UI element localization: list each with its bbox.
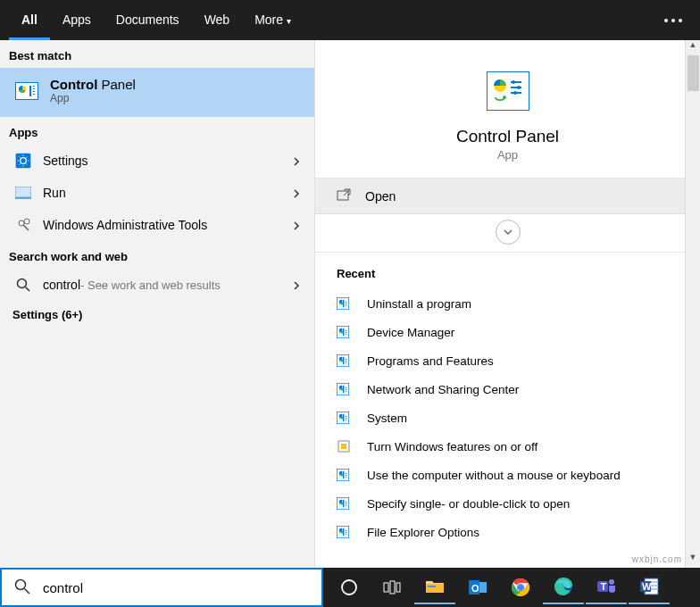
web-search-item[interactable]: control - See work and web results — [0, 269, 314, 301]
recent-item[interactable]: Programs and Features — [337, 346, 679, 375]
tab-web[interactable]: Web — [192, 0, 243, 40]
watermark: wxbjn.com — [632, 554, 682, 564]
settings-more[interactable]: Settings (6+) — [0, 301, 314, 328]
search-input-container[interactable] — [0, 568, 323, 607]
svg-rect-24 — [428, 586, 436, 587]
chevron-right-icon — [291, 220, 302, 230]
control-panel-icon — [337, 353, 354, 368]
recent-header: Recent — [337, 267, 679, 280]
taskbar-teams[interactable]: T — [586, 570, 627, 604]
control-panel-large-icon — [487, 71, 529, 111]
scroll-thumb[interactable] — [688, 55, 699, 91]
preview-subtitle: App — [497, 148, 518, 162]
taskbar-edge[interactable] — [543, 570, 584, 604]
recent-item[interactable]: System — [337, 403, 679, 432]
open-action[interactable]: Open — [315, 179, 700, 214]
taskbar: O T W — [323, 568, 700, 607]
scrollbar[interactable]: ▲ ▼ — [685, 40, 700, 568]
app-item-admin-tools[interactable]: Windows Administrative Tools — [0, 209, 314, 241]
taskbar-chrome[interactable] — [500, 570, 541, 604]
app-label: Settings — [43, 154, 291, 168]
run-icon — [12, 182, 34, 204]
search-tabs: All Apps Documents Web More ▾ — [0, 0, 700, 40]
tab-documents[interactable]: Documents — [104, 0, 192, 40]
recent-item[interactable]: Turn Windows features on or off — [337, 432, 679, 461]
svg-rect-2 — [15, 187, 31, 197]
taskbar-outlook[interactable]: O — [457, 570, 498, 604]
svg-rect-27 — [479, 582, 487, 593]
svg-point-6 — [18, 279, 27, 288]
svg-point-11 — [512, 80, 515, 84]
control-panel-icon — [12, 80, 41, 102]
search-input[interactable] — [43, 580, 309, 595]
best-match-title: Control Panel — [50, 77, 136, 92]
svg-point-12 — [517, 86, 521, 89]
admin-tools-icon — [12, 214, 34, 236]
expand-actions — [315, 214, 700, 253]
control-panel-icon — [337, 382, 354, 396]
tab-more[interactable]: More ▾ — [242, 0, 304, 40]
svg-rect-21 — [390, 581, 395, 594]
recent-item[interactable]: Use the computer without a mouse or keyb… — [337, 461, 679, 489]
chevron-right-icon — [291, 279, 302, 290]
web-search-suffix: - See work and web results — [80, 279, 221, 292]
control-panel-icon — [337, 296, 354, 311]
control-panel-icon — [337, 525, 354, 539]
section-search-web: Search work and web — [0, 241, 314, 269]
svg-point-5 — [24, 219, 29, 224]
svg-rect-3 — [15, 197, 31, 199]
svg-rect-20 — [384, 583, 388, 592]
svg-rect-23 — [426, 584, 444, 593]
section-apps: Apps — [0, 117, 314, 145]
taskbar-cortana[interactable] — [329, 570, 370, 604]
search-icon — [14, 578, 32, 597]
scroll-up-icon[interactable]: ▲ — [686, 40, 700, 55]
svg-point-35 — [609, 579, 614, 585]
control-panel-icon — [337, 496, 354, 511]
taskbar-taskview[interactable] — [371, 570, 412, 604]
recent-item[interactable]: File Explorer Options — [337, 518, 679, 546]
chevron-right-icon — [291, 155, 302, 166]
search-icon — [12, 274, 34, 295]
recent-item[interactable]: Specify single- or double-click to open — [337, 489, 679, 518]
best-match-item[interactable]: Control Panel App — [0, 68, 314, 117]
svg-text:O: O — [471, 583, 479, 594]
features-icon — [337, 439, 354, 453]
best-match-subtitle: App — [50, 92, 136, 104]
recent-item[interactable]: Uninstall a program — [337, 289, 679, 318]
recent-item[interactable]: Device Manager — [337, 318, 679, 346]
preview-panel: Control Panel App Open Recent Uninstall … — [314, 40, 700, 568]
results-panel: Best match Control Panel App Apps Settin… — [0, 40, 314, 568]
svg-point-13 — [513, 91, 517, 95]
svg-text:T: T — [601, 581, 607, 592]
tab-apps[interactable]: Apps — [50, 0, 104, 40]
taskbar-explorer[interactable] — [414, 570, 455, 604]
section-best-match: Best match — [0, 40, 314, 68]
svg-point-19 — [342, 580, 356, 595]
scroll-down-icon[interactable]: ▼ — [686, 553, 700, 568]
svg-rect-17 — [341, 444, 346, 449]
app-label: Windows Administrative Tools — [43, 218, 291, 232]
open-label: Open — [365, 189, 396, 204]
svg-point-18 — [16, 579, 26, 589]
open-icon — [337, 188, 354, 204]
chevron-right-icon — [291, 187, 302, 198]
app-label: Run — [43, 186, 291, 200]
app-item-run[interactable]: Run — [0, 177, 314, 209]
options-icon[interactable] — [664, 19, 682, 22]
control-panel-icon — [337, 411, 354, 425]
web-search-query: control — [43, 278, 80, 292]
taskbar-word[interactable]: W — [629, 570, 670, 604]
app-item-settings[interactable]: Settings — [0, 145, 314, 177]
svg-point-14 — [503, 96, 506, 99]
control-panel-icon — [337, 468, 354, 482]
svg-point-31 — [518, 585, 523, 590]
svg-text:W: W — [642, 581, 652, 592]
tab-all[interactable]: All — [9, 0, 50, 40]
recent-item[interactable]: Network and Sharing Center — [337, 375, 679, 403]
gear-icon — [12, 150, 34, 171]
control-panel-icon — [337, 325, 354, 339]
svg-rect-22 — [396, 583, 400, 592]
preview-title: Control Panel — [456, 127, 559, 146]
chevron-down-icon[interactable] — [496, 220, 521, 245]
